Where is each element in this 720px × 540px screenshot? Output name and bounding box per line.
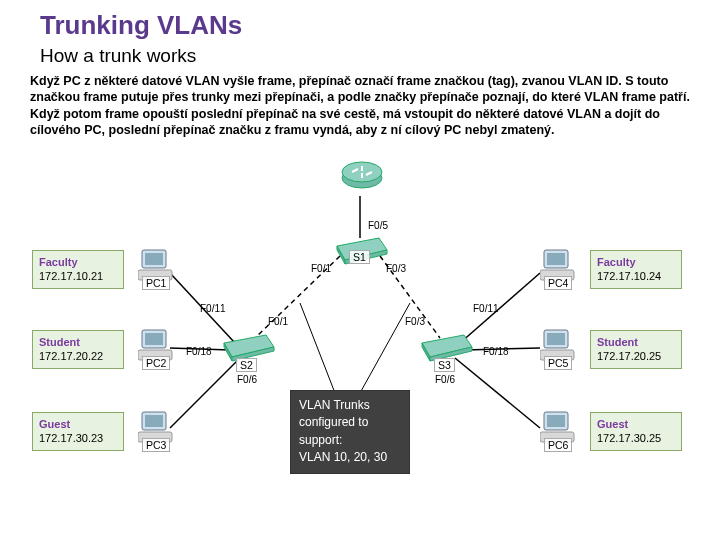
port-s3-18: F0/18 [483,346,509,357]
router-icon [340,156,384,196]
port-s1-up: F0/5 [368,220,388,231]
host-ip: 172.17.10.24 [597,269,675,283]
host-box-pc5: Student 172.17.20.25 [590,330,682,369]
port-s3-uplink: F0/3 [405,316,425,327]
port-s2-uplink: F0/1 [268,316,288,327]
trunk-callout: VLAN Trunks configured to support: VLAN … [290,390,410,474]
network-diagram: S1 S2 S3 PC1 PC2 PC3 PC4 PC5 PC6 F0/5 F0… [0,138,720,508]
host-role: Guest [39,417,117,431]
page-title: Trunking VLANs [0,0,720,45]
host-role: Faculty [597,255,675,269]
host-box-pc2: Student 172.17.20.22 [32,330,124,369]
svg-rect-14 [145,253,163,265]
port-s2-11: F0/11 [200,303,226,314]
host-box-pc4: Faculty 172.17.10.24 [590,250,682,289]
host-role: Guest [597,417,675,431]
port-s2-18: F0/18 [186,346,212,357]
port-s3-11: F0/11 [473,303,499,314]
pc2-label: PC2 [142,356,170,370]
host-box-pc6: Guest 172.17.30.25 [590,412,682,451]
svg-line-10 [360,303,410,393]
switch-s3-label: S3 [434,358,455,372]
callout-line: configured to [299,414,401,431]
svg-rect-20 [145,415,163,427]
port-s1-left: F0/1 [311,263,331,274]
host-ip: 172.17.10.21 [39,269,117,283]
pc4-label: PC4 [544,276,572,290]
callout-line: VLAN Trunks [299,397,401,414]
pc3-label: PC3 [142,438,170,452]
host-ip: 172.17.20.22 [39,349,117,363]
host-box-pc1: Faculty 172.17.10.21 [32,250,124,289]
host-ip: 172.17.30.23 [39,431,117,445]
svg-line-9 [300,303,335,393]
pc6-label: PC6 [544,438,572,452]
svg-line-8 [455,358,540,428]
port-s2-6: F0/6 [237,374,257,385]
pc1-label: PC1 [142,276,170,290]
host-box-pc3: Guest 172.17.30.23 [32,412,124,451]
callout-line: VLAN 10, 20, 30 [299,449,401,466]
callout-line: support: [299,432,401,449]
port-s3-6: F0/6 [435,374,455,385]
host-role: Student [597,335,675,349]
svg-rect-17 [145,333,163,345]
port-s1-right: F0/3 [386,263,406,274]
host-role: Faculty [39,255,117,269]
svg-rect-26 [547,333,565,345]
page-subtitle: How a trunk works [0,45,720,73]
host-ip: 172.17.20.25 [597,349,675,363]
host-ip: 172.17.30.25 [597,431,675,445]
svg-line-5 [170,358,240,428]
description-paragraph: Když PC z některé datové VLAN vyšle fram… [0,73,720,138]
switch-s2-label: S2 [236,358,257,372]
switch-s1-label: S1 [349,250,370,264]
pc5-label: PC5 [544,356,572,370]
svg-rect-23 [547,253,565,265]
svg-rect-29 [547,415,565,427]
svg-point-12 [342,162,382,182]
host-role: Student [39,335,117,349]
